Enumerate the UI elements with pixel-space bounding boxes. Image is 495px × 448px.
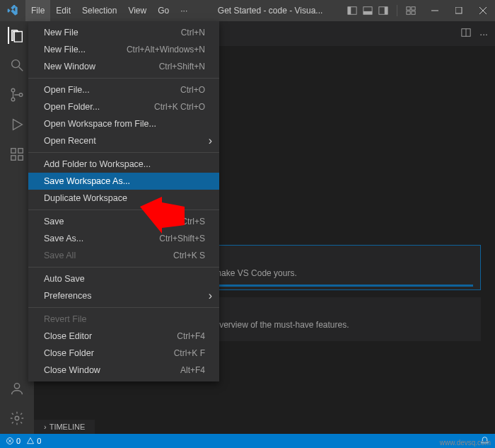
menu-item-open-folder[interactable]: Open Folder...Ctrl+K Ctrl+O <box>28 98 219 115</box>
menu-item-label: Save Workspace As... <box>44 176 130 186</box>
vscode-logo-icon <box>0 5 25 16</box>
svg-marker-30 <box>140 197 185 234</box>
menu-shortcut: Ctrl+K Ctrl+O <box>154 102 205 112</box>
svg-rect-11 <box>455 7 462 13</box>
menu-shortcut: Ctrl+O <box>180 85 205 95</box>
menu-shortcut: Ctrl+K S <box>173 251 205 260</box>
svg-point-24 <box>15 416 19 420</box>
svg-point-18 <box>19 93 23 97</box>
menu-view[interactable]: View <box>122 0 152 21</box>
svg-rect-1 <box>348 7 351 15</box>
menu-item-new-window[interactable]: New WindowCtrl+Shift+N <box>28 58 219 75</box>
svg-rect-8 <box>407 11 410 14</box>
menu-item-label: Save All <box>44 251 76 260</box>
statusbar: 0 0 <box>0 434 495 448</box>
close-button[interactable] <box>471 0 495 21</box>
menu-item-save-as[interactable]: Save As...Ctrl+Shift+S <box>28 230 219 247</box>
svg-point-17 <box>11 98 15 101</box>
menu-item-label: Close Editor <box>44 331 92 341</box>
svg-point-23 <box>14 384 19 389</box>
layout-grid-icon[interactable] <box>406 5 416 16</box>
menu-item-save[interactable]: SaveCtrl+S <box>28 213 219 230</box>
menu-item-add-folder-to-workspace[interactable]: Add Folder to Workspace... <box>28 156 219 173</box>
menu-item-save-all: Save AllCtrl+K S <box>28 247 219 264</box>
menu-item-preferences[interactable]: Preferences <box>28 287 219 304</box>
error-count[interactable]: 0 <box>6 437 21 445</box>
menu-item-new-file[interactable]: New FileCtrl+N <box>28 24 219 41</box>
menu-shortcut: Alt+F4 <box>180 365 205 375</box>
file-menu-dropdown: New FileCtrl+NNew File...Ctrl+Alt+Window… <box>28 21 219 381</box>
menu-shortcut: Ctrl+Shift+N <box>159 62 205 71</box>
menu-item-label: Open Folder... <box>44 102 100 112</box>
menu-item-duplicate-workspace[interactable]: Duplicate Workspace <box>28 190 219 207</box>
menu-item-new-file[interactable]: New File...Ctrl+Alt+Windows+N <box>28 41 219 58</box>
svg-rect-5 <box>385 7 388 15</box>
window-title: Get Started - code - Visua... <box>193 6 347 16</box>
menu-item-label: Open Recent <box>44 136 96 146</box>
explorer-icon[interactable] <box>8 27 25 44</box>
menu-···[interactable]: ··· <box>175 0 193 21</box>
window-controls <box>423 0 495 21</box>
extensions-icon[interactable] <box>8 146 25 163</box>
svg-rect-6 <box>407 7 410 10</box>
watermark: www.devsq.com <box>440 439 491 447</box>
menu-item-label: Duplicate Workspace <box>44 193 127 203</box>
menu-shortcut: Ctrl+Shift+S <box>159 234 205 243</box>
run-debug-icon[interactable] <box>8 116 25 133</box>
menu-item-label: New File <box>44 28 78 38</box>
svg-point-16 <box>11 88 15 92</box>
settings-gear-icon[interactable] <box>8 410 25 427</box>
svg-rect-20 <box>11 156 16 160</box>
split-editor-icon[interactable] <box>461 28 471 40</box>
warning-count[interactable]: 0 <box>26 437 41 445</box>
maximize-button[interactable] <box>447 0 471 21</box>
menu-file[interactable]: File <box>25 0 50 21</box>
svg-rect-22 <box>18 149 23 153</box>
svg-rect-9 <box>412 11 415 14</box>
menu-item-label: New Window <box>44 62 95 71</box>
menu-item-label: New File... <box>44 45 86 54</box>
menu-item-open-recent[interactable]: Open Recent <box>28 132 219 149</box>
menu-item-close-window[interactable]: Close WindowAlt+F4 <box>28 362 219 379</box>
menu-item-label: Add Folder to Workspace... <box>44 159 151 169</box>
chevron-right-icon: › <box>44 423 47 431</box>
more-icon[interactable]: ··· <box>479 28 488 40</box>
menu-item-label: Close Folder <box>44 348 94 358</box>
menu-item-revert-file: Revert File <box>28 311 219 328</box>
svg-line-15 <box>19 67 23 71</box>
menu-item-open-workspace-from-file[interactable]: Open Workspace from File... <box>28 115 219 132</box>
menu-item-label: Open Workspace from File... <box>44 119 156 129</box>
annotation-arrow-icon <box>138 197 187 234</box>
menu-selection[interactable]: Selection <box>76 0 122 21</box>
menu-item-close-editor[interactable]: Close EditorCtrl+F4 <box>28 328 219 345</box>
menu-item-save-workspace-as[interactable]: Save Workspace As... <box>28 173 219 190</box>
panel-right-icon[interactable] <box>378 5 388 16</box>
svg-point-14 <box>12 60 20 68</box>
panel-left-icon[interactable] <box>347 5 357 16</box>
menu-item-open-file[interactable]: Open File...Ctrl+O <box>28 81 219 98</box>
svg-rect-3 <box>363 11 372 14</box>
menu-item-label: Close Window <box>44 365 100 375</box>
menu-item-label: Save <box>44 217 64 226</box>
menu-go[interactable]: Go <box>152 0 175 21</box>
source-control-icon[interactable] <box>8 86 25 103</box>
layout-controls <box>347 5 416 16</box>
menu-shortcut: Ctrl+Alt+Windows+N <box>127 45 205 54</box>
svg-rect-19 <box>11 149 16 153</box>
menu-shortcut: Ctrl+K F <box>174 348 205 358</box>
search-icon[interactable] <box>8 57 25 74</box>
timeline-label: TIMELINE <box>50 423 86 431</box>
menu-shortcut: Ctrl+N <box>181 28 205 38</box>
menu-item-label: Preferences <box>44 291 91 301</box>
menu-item-auto-save[interactable]: Auto Save <box>28 270 219 287</box>
panel-bottom-icon[interactable] <box>363 5 373 16</box>
minimize-button[interactable] <box>423 0 447 21</box>
account-icon[interactable] <box>8 380 25 397</box>
menu-item-label: Save As... <box>44 234 83 243</box>
svg-rect-7 <box>412 7 415 10</box>
menu-item-close-folder[interactable]: Close FolderCtrl+K F <box>28 345 219 362</box>
menu-edit[interactable]: Edit <box>50 0 76 21</box>
menu-shortcut: Ctrl+F4 <box>177 331 205 341</box>
menu-item-label: Open File... <box>44 85 90 95</box>
timeline-panel[interactable]: › TIMELINE <box>34 420 95 434</box>
